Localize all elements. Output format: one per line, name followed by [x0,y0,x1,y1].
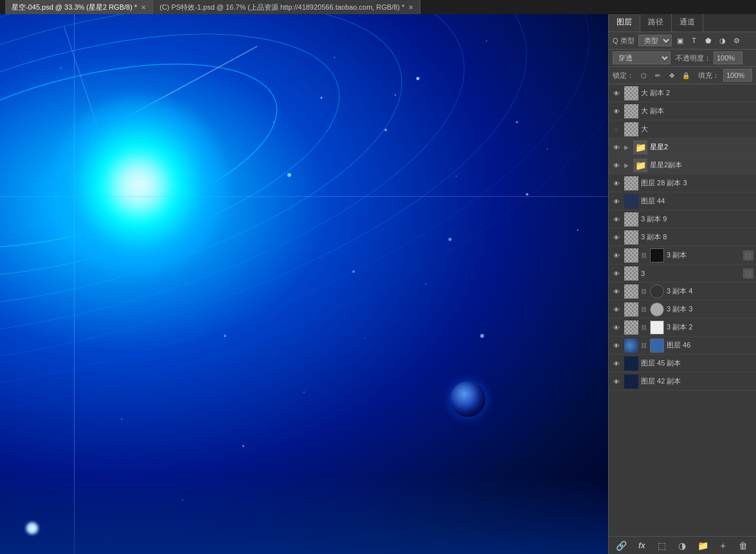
adjustment-button[interactable]: ◑ [676,539,688,552]
lock-move-icon[interactable]: ✥ [666,69,678,81]
layer-item[interactable]: 大 副本 [609,102,756,120]
layer-item[interactable]: 3 副本 8 [609,228,756,246]
layer-item-folder[interactable]: ▶ 📁 星星2副本 [609,156,756,174]
layer-visibility-icon[interactable] [611,232,622,243]
main-layout: 图层 路径 通道 Q 类型 类型 ▣ T ⬟ ◑ ⚙ 穿透 正常 [0,14,756,554]
filter-smart-icon[interactable]: ⚙ [731,35,742,46]
tab-active[interactable]: 星空-045.psd @ 33.3% (星星2 RGB/8) * ✕ [5,0,153,14]
layer-item[interactable]: 图层 44 [609,192,756,210]
layer-name: 图层 45 副本 [641,358,753,368]
layer-item-with-mask[interactable]: ⛓ 图层 46 [609,337,756,355]
layer-item[interactable]: 图层 42 副本 [609,373,756,391]
layer-thumbnail [624,176,638,190]
layer-name: 大 副本 [641,106,753,116]
layer-visibility-icon[interactable] [611,160,622,171]
close-icon[interactable]: ✕ [141,4,146,11]
tab-channels[interactable]: 通道 [672,14,703,32]
layer-visibility-icon[interactable] [611,124,622,134]
layer-visibility-icon[interactable] [611,268,622,279]
layer-visibility-icon[interactable] [611,376,622,387]
lock-all-icon[interactable]: 🔒 [680,69,692,81]
opacity-input[interactable] [714,51,742,64]
layer-thumbnail [624,302,638,317]
layer-name: 大 副本 2 [641,88,753,98]
layer-item-with-mask[interactable]: ⛓ 3 副本 4 [609,282,756,300]
layer-item[interactable]: 3 副本 9 [609,210,756,228]
layer-thumbnail [624,338,638,353]
blend-mode-select[interactable]: 穿透 正常 叠加 [613,51,670,64]
tab-label-2: (C) PS特效-1.psd @ 16.7% (上品资源 http://4189… [159,3,404,12]
filter-shape-icon[interactable]: ⬟ [703,35,714,46]
star-small [26,522,39,535]
close-icon-2[interactable]: ✕ [408,4,413,11]
fill-label: 填充： [698,71,719,80]
new-group-button[interactable]: 📁 [696,539,709,552]
layer-name: 图层 42 副本 [641,376,753,386]
filter-adj-icon[interactable]: ◑ [717,35,728,46]
folder-arrow-icon[interactable]: ▶ [624,162,631,169]
layer-item[interactable]: 3 ⬚ [609,264,756,282]
layer-thumbnail [624,320,638,335]
new-layer-button[interactable]: + [717,539,730,552]
layer-item-with-mask[interactable]: ⛓ 3 副本 3 [609,300,756,319]
layer-visibility-icon[interactable] [611,196,622,207]
layer-visibility-icon[interactable] [611,250,622,261]
layer-thumbnail [624,248,638,263]
layer-mask [650,338,664,353]
layer-name: 星星2 [650,142,753,152]
filter-text-icon[interactable]: T [688,35,700,46]
layer-visibility-icon[interactable] [611,358,622,369]
panel-tabs: 图层 路径 通道 [609,14,756,32]
layer-item-folder-selected[interactable]: ▶ 📁 星星2 [609,138,756,156]
layer-visibility-icon[interactable] [611,322,622,333]
layer-visibility-icon[interactable] [611,214,622,225]
layer-mask [650,248,664,263]
layer-extra-icon: ⬚ [743,268,753,279]
layer-name: 3 副本 3 [667,304,753,314]
delete-layer-button[interactable]: 🗑 [737,539,750,552]
filter-type-select[interactable]: 类型 [638,35,672,46]
layer-item[interactable]: 图层 28 副本 3 [609,174,756,192]
layer-thumbnail [624,86,638,100]
layer-name: 3 副本 2 [667,322,753,332]
link-layers-button[interactable]: 🔗 [615,539,628,552]
layer-visibility-icon[interactable] [611,178,622,189]
starfield [0,14,608,554]
layer-visibility-icon[interactable] [611,106,622,116]
layer-mask [650,302,664,317]
tab-inactive[interactable]: (C) PS特效-1.psd @ 16.7% (上品资源 http://4189… [153,0,420,14]
tab-paths[interactable]: 路径 [640,14,672,32]
fill-input[interactable] [723,69,752,82]
filter-pixel-icon[interactable]: ▣ [674,35,686,46]
opacity-label: 不透明度： [676,53,711,63]
layer-item[interactable]: 大 副本 2 [609,84,756,102]
tab-layers[interactable]: 图层 [609,14,640,32]
layer-visibility-icon[interactable] [611,304,622,315]
chain-icon: ⛓ [641,288,647,295]
layers-list[interactable]: 大 副本 2 大 副本 大 ▶ 📁 星星2 [609,84,756,536]
layer-visibility-icon[interactable] [611,88,622,98]
lock-transparent-icon[interactable]: ⬡ [638,69,649,81]
blend-row: 穿透 正常 叠加 不透明度： [609,50,756,67]
layer-item[interactable]: 图层 45 副本 [609,355,756,373]
layer-thumbnail [624,266,638,281]
fx-button[interactable]: fx [635,539,648,552]
chain-icon: ⛓ [641,342,647,349]
canvas-area[interactable] [0,14,608,554]
chain-icon: ⛓ [641,324,647,331]
layer-visibility-icon[interactable] [611,340,622,351]
layer-name: 3 副本 9 [641,214,753,224]
folder-arrow-icon[interactable]: ▶ [624,144,631,151]
add-mask-button[interactable]: ⬚ [656,539,669,552]
light-burst [49,95,229,275]
lock-paint-icon[interactable]: ✏ [652,69,663,81]
filter-label: Q 类型 [613,36,634,46]
chain-icon: ⛓ [641,252,647,259]
layer-visibility-icon[interactable] [611,142,622,152]
layer-thumbnail [624,194,638,208]
layer-item-with-mask[interactable]: ⛓ 3 副本 2 [609,319,756,337]
layer-name: 3 副本 8 [641,232,753,242]
layer-item-with-mask[interactable]: ⛓ 3 副本 ⬚ [609,246,756,264]
layer-item[interactable]: 大 [609,120,756,138]
layer-visibility-icon[interactable] [611,286,622,297]
